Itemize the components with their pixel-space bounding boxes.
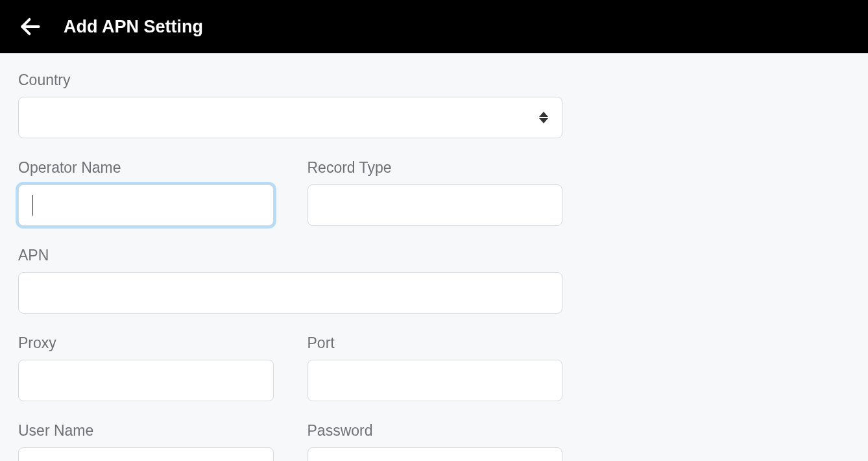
user-name-label: User Name bbox=[18, 422, 274, 440]
record-type-group: Record Type bbox=[307, 159, 563, 226]
country-group: Country bbox=[18, 71, 562, 138]
port-input[interactable] bbox=[307, 360, 563, 401]
text-cursor bbox=[32, 195, 33, 216]
password-label: Password bbox=[307, 422, 563, 440]
apn-group: APN bbox=[18, 247, 562, 314]
country-select-wrapper bbox=[18, 97, 562, 138]
port-label: Port bbox=[307, 334, 563, 352]
record-type-input[interactable] bbox=[307, 184, 563, 226]
page-title: Add APN Setting bbox=[64, 17, 203, 37]
page-header: Add APN Setting bbox=[0, 0, 868, 53]
operator-name-input[interactable] bbox=[18, 184, 274, 226]
operator-name-group: Operator Name bbox=[18, 159, 274, 226]
proxy-label: Proxy bbox=[18, 334, 274, 352]
back-button[interactable] bbox=[18, 14, 43, 39]
apn-label: APN bbox=[18, 247, 562, 264]
proxy-input[interactable] bbox=[18, 360, 274, 401]
apn-input[interactable] bbox=[18, 272, 562, 314]
arrow-left-icon bbox=[18, 14, 43, 39]
country-select[interactable] bbox=[18, 97, 562, 138]
user-name-input[interactable] bbox=[18, 447, 274, 461]
password-group: Password bbox=[307, 422, 563, 461]
country-label: Country bbox=[18, 71, 562, 89]
proxy-group: Proxy bbox=[18, 334, 274, 401]
user-name-group: User Name bbox=[18, 422, 274, 461]
record-type-label: Record Type bbox=[307, 159, 563, 177]
operator-name-label: Operator Name bbox=[18, 159, 274, 177]
password-input[interactable] bbox=[307, 447, 563, 461]
apn-form: Country Operator Name Record Type APN P bbox=[0, 53, 581, 461]
port-group: Port bbox=[307, 334, 563, 401]
operator-name-input-wrapper bbox=[18, 184, 274, 226]
